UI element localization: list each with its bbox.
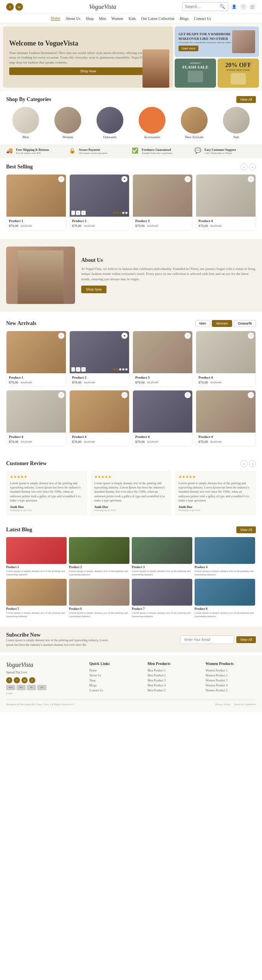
cart-icon[interactable]: 🛒 <box>249 3 256 10</box>
subscribe-email-input[interactable] <box>180 635 234 644</box>
qty-plus[interactable]: + <box>81 211 86 215</box>
na2-qty-minus[interactable]: - <box>71 367 75 372</box>
footer-women-2[interactable]: Women Product 2 <box>205 674 256 677</box>
new-arrival-1[interactable]: ♡ Product 1 $79.00 $129.00 <box>6 331 66 387</box>
blog-item-6[interactable]: Product 6 Lorem ipsum is simply dummy te… <box>69 579 129 618</box>
footer-men-2[interactable]: Men Product 2 <box>147 674 198 677</box>
qty-minus[interactable]: - <box>71 211 75 215</box>
footer-facebook[interactable]: f <box>6 677 12 683</box>
nav-kids[interactable]: Kids <box>129 16 136 21</box>
nav-collection[interactable]: Our Latest Collection <box>141 16 175 21</box>
search-input[interactable] <box>185 5 219 9</box>
footer-privacy[interactable]: Privacy Policy <box>215 703 231 706</box>
filter-women[interactable]: Women <box>212 320 232 327</box>
blog-item-8[interactable]: Product 8 Lorem ipsum is simply dummy te… <box>195 579 255 618</box>
product-card-1[interactable]: ♡ Product 1 $79.00 $129.00 <box>6 174 66 230</box>
user-icon[interactable]: 👤 <box>231 3 237 10</box>
product-card-3[interactable]: ♡ Product 3 $79.00 $129.00 <box>133 174 193 230</box>
new-arrival-4-wishlist[interactable]: ♡ <box>248 333 254 339</box>
blog-item-4[interactable]: Product 4 Lorem ipsum is simply dummy te… <box>195 537 255 577</box>
blog-view-all[interactable]: View All <box>236 526 256 533</box>
blog-item-2[interactable]: Product 2 Lorem ipsum is simply dummy te… <box>69 537 129 577</box>
category-accessories[interactable]: Accessories <box>139 107 165 139</box>
blog-item-5[interactable]: Product 5 Lorem ipsum is simply dummy te… <box>6 579 67 618</box>
new-arrival-4[interactable]: ♡ Product 4 $79.00 $129.00 <box>196 331 256 387</box>
blog-item-7[interactable]: Product 7 Lorem ipsum is simply dummy te… <box>132 579 192 618</box>
footer-copyright: Designed & Developed By Vogue Vista. All… <box>6 703 74 706</box>
footer-men-5[interactable]: Men Product 5 <box>147 689 198 692</box>
category-outwarfit[interactable]: Outwarfit <box>97 107 123 139</box>
product-2-wishlist[interactable]: ♥ <box>121 176 128 182</box>
hero-banner-heading: GET READY FOR A WARDROBE MAKEOVER LIKE N… <box>178 32 232 41</box>
footer-youtube[interactable]: y <box>29 677 35 683</box>
footer-link-home[interactable]: Home <box>89 669 140 672</box>
category-sale[interactable]: Sale <box>223 107 250 139</box>
product-2-price: $79.00 <box>72 224 82 228</box>
nav-blogs[interactable]: Blogs <box>180 16 188 21</box>
nav-women[interactable]: Women <box>111 16 123 21</box>
new-arrival-8-wishlist[interactable]: ♡ <box>248 392 254 398</box>
subscribe-cta[interactable]: View All <box>236 636 256 643</box>
new-arrival-7-wishlist[interactable]: ♡ <box>185 392 191 398</box>
blog-item-1[interactable]: Product 1 Lorem ipsum is simply dummy te… <box>6 537 67 577</box>
new-arrivals-section: New Arrivals Men Women Outwarfit ♡ Produ… <box>0 315 262 455</box>
new-arrival-7[interactable]: ♡ Product 4 $79.00 $129.00 <box>133 390 193 446</box>
footer-men-3[interactable]: Men Product 3 <box>147 679 198 682</box>
product-3-wishlist[interactable]: ♡ <box>185 176 191 182</box>
new-arrival-2[interactable]: ♥ - 1 + Product 2 $79.00 $12 <box>69 331 129 387</box>
nav-men[interactable]: Men <box>99 16 106 21</box>
filter-outwarfit[interactable]: Outwarfit <box>234 320 256 327</box>
blog-4-title: Product 4 <box>195 565 255 569</box>
reviews-prev[interactable]: ‹ <box>241 460 247 467</box>
hero-banner-cta[interactable]: Start Here <box>178 46 198 51</box>
new-arrival-2-wishlist[interactable]: ♥ <box>121 333 128 339</box>
new-arrival-5[interactable]: ♡ Product 4 $79.00 $129.00 <box>6 390 66 446</box>
nav-home[interactable]: Home <box>51 16 60 21</box>
about-cta[interactable]: Shop Now <box>81 286 106 293</box>
new-arrival-1-wishlist[interactable]: ♡ <box>58 333 64 339</box>
best-selling-prev[interactable]: ‹ <box>241 163 247 170</box>
blog-item-3[interactable]: Product 3 Lorem ipsum is simply dummy te… <box>132 537 192 577</box>
footer-women-1[interactable]: Women Product 1 <box>205 669 256 672</box>
best-selling-next[interactable]: › <box>249 163 256 170</box>
footer-link-blogs[interactable]: Blogs <box>89 684 140 687</box>
blog-5-title: Product 5 <box>6 607 67 611</box>
footer-women-3[interactable]: Women Product 3 <box>205 679 256 682</box>
reviews-next[interactable]: › <box>249 460 256 467</box>
nav-shop[interactable]: Shop <box>86 16 94 21</box>
footer-women-5[interactable]: Women Product 5 <box>205 689 256 692</box>
categories-view-all[interactable]: View All <box>236 96 256 103</box>
footer-link-about[interactable]: About Us <box>89 674 140 677</box>
product-4-wishlist[interactable]: ♡ <box>248 176 254 182</box>
new-arrival-3-wishlist[interactable]: ♡ <box>185 333 191 339</box>
new-arrival-3[interactable]: ♡ Product 3 $79.00 $129.00 <box>133 331 193 387</box>
wishlist-icon[interactable]: ♡ <box>240 3 247 10</box>
nav-about[interactable]: About Us <box>66 16 80 21</box>
search-bar[interactable]: 🔍 <box>182 2 228 11</box>
product-card-2[interactable]: ♥ - 1 + Product 2 $79.00 $12 <box>69 174 129 230</box>
new-arrival-6[interactable]: ♡ Product 4 $79.00 $129.00 <box>69 390 129 446</box>
na2-qty-plus[interactable]: + <box>81 367 86 372</box>
footer-terms[interactable]: Terms & Conditions <box>234 703 256 706</box>
category-new-arrivals[interactable]: New Arrivals <box>181 107 208 139</box>
footer-twitter[interactable]: t <box>14 677 20 683</box>
nav-contact[interactable]: Contact Us <box>194 16 211 21</box>
product-4-name: Product 4 <box>198 219 253 223</box>
payment-title: Secure Payment <box>79 148 108 152</box>
new-arrival-5-wishlist[interactable]: ♡ <box>58 392 64 398</box>
new-arrival-8[interactable]: ♡ Product 4 $79.00 $129.00 <box>196 390 256 446</box>
product-card-4[interactable]: ♡ Product 4 $79.00 $129.00 <box>196 174 256 230</box>
footer-instagram[interactable]: in <box>21 677 28 683</box>
footer-men-1[interactable]: Men Product 1 <box>147 669 198 672</box>
footer-link-contact[interactable]: Contact Us <box>89 689 140 692</box>
footer-women-4[interactable]: Women Product 4 <box>205 684 256 687</box>
product-1-wishlist[interactable]: ♡ <box>58 176 64 182</box>
filter-men[interactable]: Men <box>195 320 211 327</box>
new-arrival-6-wishlist[interactable]: ♡ <box>121 392 128 398</box>
category-women[interactable]: Women <box>54 107 81 139</box>
social-icon-1[interactable]: f <box>6 3 14 11</box>
footer-link-shop[interactable]: Shop <box>89 679 140 682</box>
category-men[interactable]: Men <box>12 107 39 139</box>
footer-men-4[interactable]: Men Product 4 <box>147 684 198 687</box>
social-icon-2[interactable]: in <box>15 3 23 11</box>
